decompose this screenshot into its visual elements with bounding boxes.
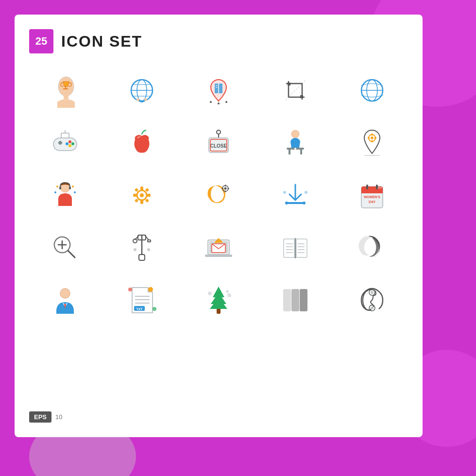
svg-point-39	[217, 130, 221, 134]
svg-point-9	[136, 98, 139, 101]
svg-point-137	[227, 293, 231, 297]
icon-cell-moon	[336, 225, 408, 270]
svg-point-130	[153, 307, 156, 311]
icon-cell-gear	[106, 173, 178, 218]
svg-point-128	[148, 287, 153, 292]
svg-rect-55	[374, 137, 376, 139]
podium-icon	[278, 125, 313, 160]
svg-point-34	[66, 142, 68, 145]
svg-rect-89	[366, 185, 368, 189]
svg-rect-105	[139, 255, 145, 260]
icon-cell-open-book	[259, 225, 331, 270]
icon-cell-search-plus	[29, 225, 101, 270]
svg-point-75	[224, 187, 227, 190]
svg-rect-59	[69, 187, 71, 189]
crop-icon	[278, 73, 313, 108]
icon-cell-download	[259, 173, 331, 218]
icon-cell-crop	[259, 68, 331, 113]
icon-cell-person	[29, 278, 101, 323]
icon-cell-womens-day: WOMEN'S DAY zzz	[336, 173, 408, 218]
svg-rect-52	[371, 134, 373, 136]
number-badge: 25	[29, 29, 53, 53]
icon-cell-moon-cloud	[183, 173, 255, 218]
search-plus-icon	[48, 230, 83, 265]
svg-point-144	[371, 306, 374, 309]
svg-text:zzz: zzz	[378, 186, 382, 189]
mind-trophy-icon	[48, 73, 83, 108]
woman-headset-icon	[48, 178, 83, 213]
svg-rect-1	[64, 95, 68, 99]
svg-rect-23	[300, 95, 303, 98]
svg-rect-112	[215, 242, 222, 243]
icon-cell-globe-hands	[106, 68, 178, 113]
svg-point-129	[128, 288, 132, 291]
moon-cloud-icon	[201, 178, 236, 213]
svg-rect-104	[148, 240, 151, 242]
svg-text:CLOSE: CLOSE	[210, 143, 227, 149]
eps-badge: EPS	[29, 411, 51, 423]
icon-cell-usb	[106, 225, 178, 270]
svg-rect-67	[140, 200, 143, 204]
svg-rect-68	[133, 194, 137, 197]
tree-icon	[201, 283, 236, 318]
icon-grid: CLOSE	[29, 68, 408, 323]
svg-point-63	[74, 191, 76, 193]
icon-cell-woman-headset	[29, 173, 101, 218]
book-open-icon	[278, 230, 313, 265]
person-icon	[48, 283, 83, 318]
laptop-mail-icon	[201, 230, 236, 265]
svg-rect-81	[287, 202, 304, 204]
icon-cell-podium	[259, 120, 331, 165]
page-title: ICON SET	[61, 33, 142, 51]
svg-rect-30	[59, 141, 61, 145]
svg-point-44	[291, 130, 299, 138]
svg-point-61	[72, 186, 74, 187]
icon-cell-location-settings	[336, 120, 408, 165]
svg-point-10	[144, 98, 147, 101]
apple-icon	[124, 125, 159, 160]
svg-rect-138	[284, 289, 290, 311]
svg-point-122	[60, 289, 70, 298]
download-icon	[278, 178, 313, 213]
svg-line-98	[68, 251, 75, 257]
svg-rect-66	[140, 187, 143, 190]
close-sign-icon: CLOSE	[201, 125, 236, 160]
svg-rect-54	[368, 137, 370, 139]
icon-cell-apple	[106, 120, 178, 165]
svg-point-32	[71, 142, 74, 145]
svg-point-17	[225, 101, 227, 103]
svg-text:DAY: DAY	[369, 200, 375, 204]
columns-icon	[278, 283, 313, 318]
svg-rect-46	[289, 150, 290, 154]
icon-cell-close-sign: CLOSE	[183, 120, 255, 165]
icon-cell-columns	[259, 278, 331, 323]
usb-icon	[124, 230, 159, 265]
svg-point-31	[68, 140, 71, 143]
svg-point-135	[208, 291, 212, 295]
globe-hands-icon	[124, 73, 159, 108]
svg-point-107	[147, 248, 150, 251]
icon-cell-mind	[29, 68, 101, 113]
icon-cell-world	[336, 68, 408, 113]
book-location-icon	[201, 73, 236, 108]
icon-cell-tree	[183, 278, 255, 323]
svg-point-65	[140, 193, 144, 197]
svg-point-15	[210, 101, 212, 103]
svg-rect-58	[59, 187, 61, 189]
svg-point-84	[283, 191, 286, 194]
world-icon	[355, 73, 390, 108]
svg-point-62	[54, 191, 56, 193]
icon-cell-txt-file: TXT	[106, 278, 178, 323]
header: 25 ICON SET	[29, 29, 408, 53]
svg-point-136	[226, 290, 229, 293]
phone-icon	[355, 283, 390, 318]
moon-icon	[355, 230, 390, 265]
icon-cell-phone	[336, 278, 408, 323]
svg-text:TXT: TXT	[136, 307, 143, 311]
svg-text:WOMEN'S: WOMEN'S	[364, 195, 380, 199]
svg-point-60	[56, 186, 58, 187]
svg-rect-2	[65, 86, 66, 88]
svg-rect-110	[205, 255, 232, 257]
main-card: 25 ICON SET	[15, 15, 423, 437]
svg-rect-53	[371, 140, 373, 142]
